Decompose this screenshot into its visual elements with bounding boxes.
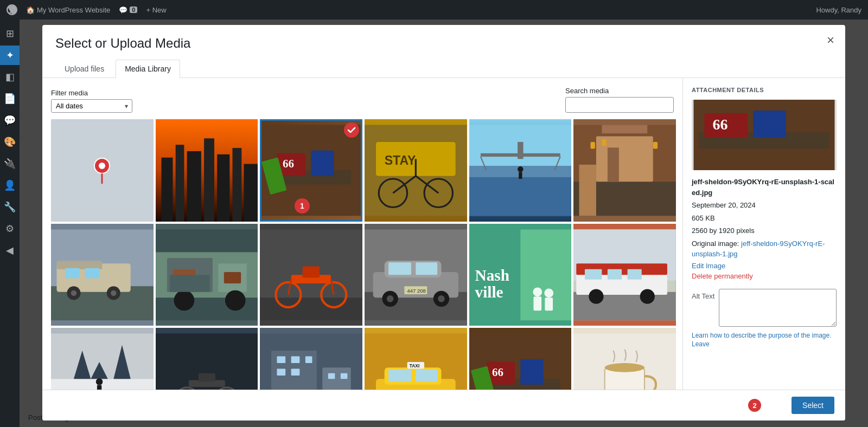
- media-item[interactable]: TAXI: [365, 328, 467, 390]
- svg-rect-129: [388, 370, 411, 382]
- svg-rect-49: [85, 268, 99, 278]
- modal-footer: 2 Select: [42, 390, 845, 420]
- building-image: [260, 328, 362, 390]
- sidebar-icon-settings[interactable]: ⚙: [0, 219, 20, 238]
- media-item[interactable]: 447 208: [365, 224, 467, 326]
- svg-rect-4: [161, 158, 173, 222]
- attachment-details-title: ATTACHMENT DETAILS: [692, 87, 837, 93]
- svg-rect-94: [573, 292, 676, 320]
- svg-rect-130: [416, 370, 437, 382]
- select-button[interactable]: Select: [792, 397, 834, 414]
- sidebar-icon-plugins[interactable]: 🔌: [0, 154, 20, 173]
- sidebar-icon-dashboard[interactable]: ⊞: [0, 24, 20, 43]
- sidebar-icon-tools[interactable]: 🔧: [0, 197, 20, 217]
- truck-image: [156, 224, 258, 326]
- media-item[interactable]: [469, 119, 572, 222]
- attachment-filesize: 605 KB: [692, 213, 837, 224]
- svg-rect-47: [56, 261, 102, 269]
- delete-image-link[interactable]: Delete permanently: [692, 272, 837, 280]
- svg-rect-120: [291, 357, 300, 364]
- modal-title: Select or Upload Media: [55, 36, 832, 51]
- svg-rect-37: [579, 165, 596, 216]
- media-item[interactable]: [156, 224, 258, 326]
- svg-text:66: 66: [492, 366, 503, 379]
- svg-text:STAY: STAY: [385, 153, 416, 167]
- sidebar-icon-pages[interactable]: 📄: [0, 89, 20, 108]
- svg-rect-10: [244, 164, 258, 222]
- media-item[interactable]: [260, 328, 362, 390]
- media-item-selected[interactable]: 66: [260, 119, 362, 222]
- media-modal: Select or Upload Media × Upload files Me…: [42, 25, 845, 420]
- svg-text:66: 66: [713, 116, 728, 133]
- site-name[interactable]: 🏠 My WordPress Website: [26, 6, 110, 14]
- media-item[interactable]: [573, 119, 676, 222]
- media-item[interactable]: [573, 328, 676, 390]
- filter-label: Filter media: [51, 89, 132, 97]
- alt-text-input[interactable]: [719, 289, 837, 327]
- svg-rect-76: [416, 262, 437, 275]
- attachment-dimensions: 2560 by 1920 pixels: [692, 225, 837, 236]
- svg-rect-138: [520, 359, 543, 385]
- cafe-image: [573, 119, 676, 222]
- modal-header: Select or Upload Media × Upload files Me…: [42, 25, 845, 78]
- attachment-sidebar: ATTACHMENT DETAILS 66 jeff-sheldon-9SyOK…: [682, 78, 845, 390]
- media-grid-wrapper[interactable]: 66: [51, 119, 682, 390]
- modal-close-button[interactable]: ×: [827, 34, 834, 47]
- media-item[interactable]: STAY: [365, 119, 467, 222]
- svg-rect-97: [585, 269, 602, 280]
- media-item[interactable]: 66: [469, 328, 572, 390]
- sidebar-icon-appearance[interactable]: 🎨: [0, 132, 20, 152]
- media-item[interactable]: [156, 328, 258, 390]
- search-input[interactable]: [565, 97, 674, 113]
- alt-text-section: Alt Text Learn how to describe the purpo…: [692, 289, 837, 350]
- badge-1: 1: [295, 198, 310, 214]
- svg-rect-7: [204, 138, 214, 221]
- media-item[interactable]: [51, 224, 154, 326]
- media-area: Filter media All dates Search media: [42, 78, 682, 390]
- media-item[interactable]: [51, 119, 154, 222]
- svg-rect-40: [591, 142, 595, 149]
- sidebar-icon-users[interactable]: 👤: [0, 176, 20, 195]
- moto2-image: [156, 328, 258, 390]
- city-image: [156, 119, 258, 222]
- filter-select-wrapper: All dates: [51, 99, 132, 113]
- svg-rect-38: [608, 147, 619, 182]
- svg-text:447 208: 447 208: [407, 287, 426, 293]
- svg-point-80: [438, 295, 445, 302]
- alt-text-row: Alt Text: [692, 289, 837, 327]
- media-item[interactable]: [573, 224, 676, 326]
- media-item[interactable]: [51, 328, 154, 390]
- comments-item[interactable]: 💬 0: [119, 6, 137, 14]
- new-item[interactable]: + New: [146, 6, 166, 14]
- svg-rect-125: [341, 373, 348, 379]
- user-greeting[interactable]: Howdy, Randy: [816, 6, 861, 14]
- search-group: Search media: [565, 87, 674, 113]
- tab-media-library[interactable]: Media Library: [116, 60, 180, 78]
- media-item[interactable]: Nash ville: [469, 224, 572, 326]
- pin-icon: [86, 154, 118, 186]
- sidebar-icon-media[interactable]: ◧: [0, 67, 20, 87]
- sidebar-icon-comments[interactable]: 💬: [0, 111, 20, 130]
- sidebar-icon-collapse[interactable]: ◀: [0, 241, 20, 260]
- svg-point-32: [518, 166, 523, 172]
- edit-image-link[interactable]: Edit Image: [692, 262, 837, 270]
- svg-rect-9: [232, 148, 241, 222]
- modal-overlay: Select or Upload Media × Upload files Me…: [20, 20, 868, 427]
- tab-upload-files[interactable]: Upload files: [55, 60, 113, 77]
- svg-point-143: [605, 363, 644, 372]
- svg-text:ville: ville: [475, 283, 503, 301]
- media-item[interactable]: [260, 224, 362, 326]
- media-item[interactable]: [156, 119, 258, 222]
- sidebar-icon-posts[interactable]: ✦: [0, 46, 20, 65]
- attachment-thumbnail: 66: [692, 100, 837, 170]
- svg-rect-99: [628, 269, 642, 280]
- svg-rect-124: [328, 373, 335, 379]
- svg-rect-119: [277, 357, 286, 364]
- selection-check: [344, 122, 359, 138]
- svg-rect-39: [602, 125, 648, 133]
- svg-point-60: [174, 290, 194, 310]
- svg-rect-14: [311, 151, 334, 176]
- filter-select[interactable]: All dates: [51, 99, 132, 113]
- taxi-image: TAXI: [365, 328, 467, 390]
- svg-rect-75: [388, 262, 411, 275]
